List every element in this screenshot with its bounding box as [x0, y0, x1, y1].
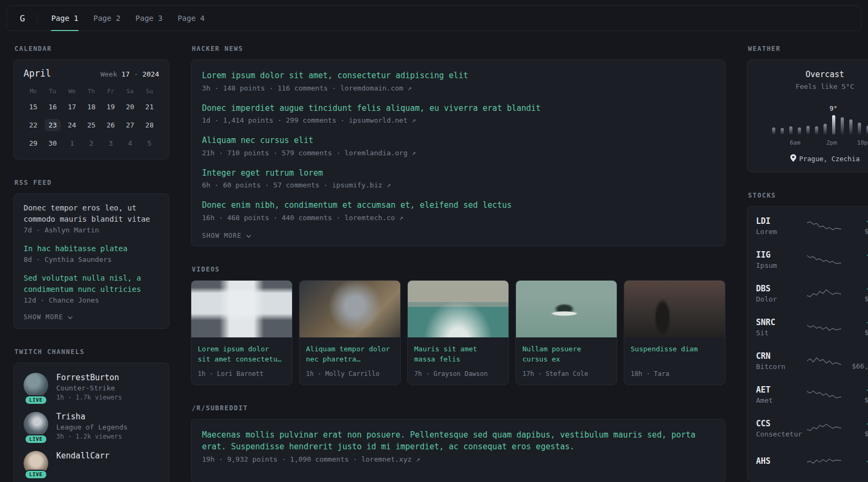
rss-item-title[interactable]: Sed volutpat nulla nisl, a condimentum n… — [24, 273, 159, 295]
channel-name[interactable]: Trisha — [56, 412, 128, 421]
video-thumbnail[interactable] — [300, 281, 400, 337]
video-card[interactable]: Mauris sit amet massa felis 7h · Grayson… — [407, 280, 509, 385]
twitch-channel[interactable]: LIVE Trisha League of Legends 3h · 1.2k … — [24, 412, 159, 440]
rss-section: RSS FEED Donec tempor eros leo, ut commo… — [13, 179, 169, 329]
stock-change: -1.00% — [844, 352, 868, 360]
stock-row[interactable]: AHS +0.46% — [756, 445, 868, 479]
story-title[interactable]: Lorem ipsum dolor sit amet, consectetur … — [202, 70, 714, 82]
stock-row[interactable]: CCS Consectetur +0.51% $165.84 — [756, 411, 868, 445]
stock-row[interactable]: SNRC Sit +1.36% $148.64 — [756, 310, 868, 344]
stock-price: $42.04 — [844, 261, 868, 269]
story-title[interactable]: Donec enim nibh, condimentum et accumsan… — [202, 199, 714, 212]
stock-row[interactable]: AET Amet +0.92% $499.72 — [756, 378, 868, 411]
hackernews-show-more-button[interactable]: SHOW MORE — [202, 232, 714, 239]
dow-label: Mo — [24, 88, 43, 95]
twitch-section: TWITCH CHANNELS LIVE ForrestBurton Count… — [13, 348, 169, 482]
twitch-channel[interactable]: LIVE KendallCarr — [24, 451, 159, 476]
weather-bar-5 — [815, 126, 818, 134]
story-title[interactable]: Aliquam nec cursus elit — [202, 134, 714, 147]
hackernews-item[interactable]: Integer eget rutrum lorem 6h · 60 points… — [202, 167, 714, 190]
channel-name[interactable]: ForrestBurton — [56, 373, 122, 382]
video-meta: 1h · Molly Carrillo — [300, 365, 400, 385]
calendar-header: April Week 17 · 2024 — [24, 68, 159, 79]
weather-condition: Overcast — [757, 70, 868, 79]
video-title[interactable]: Lorem ipsum dolor sit amet consectetu… — [191, 337, 292, 365]
video-thumbnail[interactable] — [408, 281, 508, 337]
stock-row[interactable]: LDI Lorem +4.35% $795.18 — [756, 209, 868, 243]
hackernews-item[interactable]: Donec enim nibh, condimentum et accumsan… — [202, 199, 714, 222]
videos-section: VIDEOS Lorem ipsum dolor sit amet consec… — [191, 266, 725, 385]
stock-name: Consectetur — [756, 430, 803, 438]
story-meta: 21h · 710 points · 579 comments · loreml… — [202, 149, 714, 157]
subreddit-section: /R/SUBREDDIT Maecenas mollis pulvinar er… — [191, 404, 725, 482]
hackernews-item[interactable]: Aliquam nec cursus elit 21h · 710 points… — [202, 134, 714, 157]
stock-sparkline — [803, 354, 844, 368]
video-title[interactable]: Suspendisse diam — [624, 337, 725, 360]
calendar-day-next-month: 4 — [121, 137, 140, 149]
calendar-day: 20 — [121, 101, 140, 113]
hackernews-item[interactable]: Lorem ipsum dolor sit amet, consectetur … — [202, 70, 714, 92]
channel-name[interactable]: KendallCarr — [56, 451, 109, 461]
story-meta: 3h · 148 points · 116 comments · loremdo… — [202, 84, 714, 92]
story-domain-link[interactable]: loremtech.co ↗ — [345, 214, 403, 222]
calendar-section: CALENDAR April Week 17 · 2024 Mo Tu We T… — [13, 45, 169, 160]
tab-page-4[interactable]: Page 4 — [170, 6, 212, 31]
avatar: LIVE — [24, 412, 48, 440]
video-thumbnail[interactable] — [624, 281, 725, 337]
story-domain-link[interactable]: ipsumworld.net ↗ — [349, 116, 416, 124]
channel-category[interactable]: Counter-Strike — [56, 384, 122, 392]
stock-row[interactable]: DBS Dolor +1.42% $156.28 — [756, 276, 868, 310]
tab-page-3[interactable]: Page 3 — [128, 6, 170, 31]
rss-item[interactable]: Donec tempor eros leo, ut commodo mauris… — [24, 202, 159, 234]
post-title[interactable]: Maecenas mollis pulvinar erat non posuer… — [202, 429, 714, 453]
channel-category[interactable]: League of Legends — [56, 423, 128, 431]
video-card[interactable]: Nullam posuere cursus ex 17h · Stefan Co… — [515, 280, 617, 385]
video-title[interactable]: Mauris sit amet massa felis — [408, 337, 508, 365]
weather-bar-6 — [824, 124, 827, 134]
app-logo: G — [20, 13, 38, 24]
rss-item[interactable]: Sed volutpat nulla nisl, a condimentum n… — [24, 273, 159, 304]
stock-name: Dolor — [756, 295, 803, 303]
left-column: CALENDAR April Week 17 · 2024 Mo Tu We T… — [13, 45, 169, 482]
tab-page-2[interactable]: Page 2 — [86, 6, 128, 31]
stock-row[interactable]: IIG Ipsum +2.84% $42.04 — [756, 243, 868, 276]
stock-ticker: DBS — [756, 284, 803, 293]
video-thumbnail[interactable] — [516, 281, 617, 337]
post-domain-link[interactable]: loremnet.xyz ↗ — [361, 455, 420, 463]
story-title[interactable]: Integer eget rutrum lorem — [202, 167, 714, 179]
dashboard: CALENDAR April Week 17 · 2024 Mo Tu We T… — [0, 31, 868, 482]
chevron-down-icon — [68, 313, 73, 321]
story-domain-link[interactable]: ipsumify.biz ↗ — [332, 181, 391, 189]
story-domain-link[interactable]: loremdomain.com ↗ — [340, 84, 411, 92]
video-card[interactable]: Aliquam tempor dolor nec pharetra… 1h · … — [299, 280, 401, 385]
tab-page-1[interactable]: Page 1 — [44, 6, 86, 31]
rss-item[interactable]: In hac habitasse platea 8d · Cynthia Sau… — [24, 243, 159, 263]
calendar-section-title: CALENDAR — [14, 45, 169, 52]
stock-sparkline — [803, 287, 844, 300]
video-title[interactable]: Aliquam tempor dolor nec pharetra… — [300, 337, 400, 365]
video-title[interactable]: Nullam posuere cursus ex — [516, 337, 617, 365]
rss-show-more-button[interactable]: SHOW MORE — [24, 313, 159, 321]
rss-item-meta: 12d · Chance Jones — [24, 296, 159, 304]
weather-temp-label: 9° — [829, 105, 837, 112]
rss-item-title[interactable]: Donec tempor eros leo, ut commodo mauris… — [24, 202, 159, 225]
video-thumbnail[interactable] — [191, 281, 292, 337]
video-card[interactable]: Suspendisse diam 18h · Tara — [624, 280, 725, 385]
video-meta: 1h · Lori Barnett — [191, 365, 292, 385]
story-domain-link[interactable]: loremlandia.org ↗ — [345, 149, 416, 157]
subreddit-post[interactable]: Maecenas mollis pulvinar erat non posuer… — [202, 429, 714, 463]
hackernews-item[interactable]: Donec imperdiet augue tincidunt felis al… — [202, 102, 714, 125]
calendar-day-next-month: 5 — [140, 137, 159, 149]
stock-row[interactable]: CRN Bitcorn -1.00% $66,171.48 — [756, 344, 868, 378]
stock-ticker: CRN — [756, 351, 803, 361]
video-card[interactable]: Lorem ipsum dolor sit amet consectetu… 1… — [191, 280, 293, 385]
calendar-month: April — [24, 68, 51, 79]
subreddit-widget: Maecenas mollis pulvinar erat non posuer… — [191, 419, 725, 482]
stock-name: Amet — [756, 396, 803, 404]
stocks-section-title: STOCKS — [748, 192, 868, 199]
calendar-day: 18 — [81, 101, 101, 113]
calendar-grid: Mo Tu We Th Fr Sa Su 15 16 17 18 19 20 2… — [24, 88, 159, 149]
rss-item-title[interactable]: In hac habitasse platea — [24, 243, 159, 254]
story-title[interactable]: Donec imperdiet augue tincidunt felis al… — [202, 102, 714, 115]
twitch-channel[interactable]: LIVE ForrestBurton Counter-Strike 1h · 1… — [24, 373, 159, 401]
